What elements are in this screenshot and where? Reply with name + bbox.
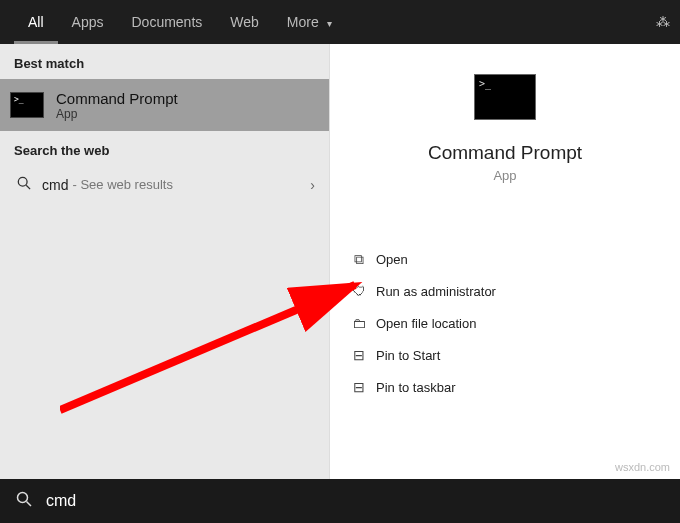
results-panel: Best match Command Prompt App Search the… — [0, 44, 330, 479]
search-filter-bar: All Apps Documents Web More ▾ ⁂ — [0, 0, 680, 44]
preview-command-prompt-icon — [474, 74, 536, 120]
tab-more[interactable]: More ▾ — [273, 0, 346, 44]
search-icon — [14, 176, 34, 193]
open-icon: ⧉ — [346, 251, 372, 268]
tab-documents[interactable]: Documents — [117, 0, 216, 44]
best-match-item[interactable]: Command Prompt App — [0, 79, 329, 131]
svg-line-1 — [26, 185, 30, 189]
tab-web[interactable]: Web — [216, 0, 273, 44]
action-label: Pin to taskbar — [376, 380, 456, 395]
actions-list: ⧉ Open 🛡 Run as administrator 🗀 Open fil… — [330, 243, 680, 403]
action-open-file-location[interactable]: 🗀 Open file location — [346, 307, 664, 339]
action-pin-to-start[interactable]: ⊟ Pin to Start — [346, 339, 664, 371]
web-query-text: cmd — [42, 177, 68, 193]
action-open[interactable]: ⧉ Open — [346, 243, 664, 275]
best-match-text: Command Prompt App — [56, 90, 178, 121]
shield-icon: 🛡 — [346, 283, 372, 299]
action-label: Open file location — [376, 316, 476, 331]
action-label: Run as administrator — [376, 284, 496, 299]
chevron-right-icon: › — [310, 177, 315, 193]
web-hint-text: - See web results — [72, 177, 172, 192]
preview-subtitle: App — [330, 168, 680, 183]
search-input[interactable] — [46, 492, 664, 510]
svg-line-3 — [27, 502, 32, 507]
pin-start-icon: ⊟ — [346, 347, 372, 363]
search-web-item[interactable]: cmd - See web results › — [0, 166, 329, 203]
preview-panel: Command Prompt App ⧉ Open 🛡 Run as admin… — [330, 44, 680, 479]
preview-title: Command Prompt — [330, 142, 680, 164]
action-run-as-administrator[interactable]: 🛡 Run as administrator — [346, 275, 664, 307]
svg-point-2 — [18, 493, 28, 503]
pin-taskbar-icon: ⊟ — [346, 379, 372, 395]
svg-point-0 — [18, 177, 27, 186]
best-match-heading: Best match — [0, 44, 329, 79]
action-label: Pin to Start — [376, 348, 440, 363]
tab-all[interactable]: All — [14, 0, 58, 44]
tab-more-label: More — [287, 14, 319, 30]
search-icon — [16, 491, 32, 511]
search-bar — [0, 479, 680, 523]
main-content: Best match Command Prompt App Search the… — [0, 44, 680, 479]
search-web-heading: Search the web — [0, 131, 329, 166]
best-match-subtitle: App — [56, 107, 178, 121]
folder-icon: 🗀 — [346, 315, 372, 331]
action-label: Open — [376, 252, 408, 267]
tab-apps[interactable]: Apps — [58, 0, 118, 44]
chevron-down-icon: ▾ — [327, 18, 332, 29]
feedback-icon[interactable]: ⁂ — [646, 14, 680, 30]
action-pin-to-taskbar[interactable]: ⊟ Pin to taskbar — [346, 371, 664, 403]
watermark-text: wsxdn.com — [615, 461, 670, 473]
best-match-title: Command Prompt — [56, 90, 178, 107]
command-prompt-icon — [10, 92, 44, 118]
